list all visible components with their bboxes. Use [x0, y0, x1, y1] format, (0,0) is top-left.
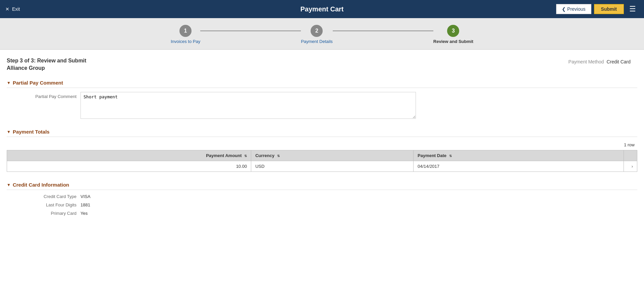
- step-2-circle: 2: [311, 25, 323, 37]
- sort-amount-icon: ⇅: [244, 154, 247, 158]
- submit-label: Submit: [601, 6, 617, 12]
- cc-type-row: Credit Card Type VISA: [7, 194, 637, 199]
- header: ✕ Exit Payment Cart ❮ Previous Submit ☰: [0, 0, 644, 18]
- credit-card-title: Credit Card Information: [13, 182, 69, 188]
- col-date[interactable]: Payment Date ⇅: [414, 150, 624, 161]
- main-content: Step 3 of 3: Review and Submit Alliance …: [0, 50, 644, 294]
- exit-button[interactable]: ✕ Exit: [5, 6, 20, 12]
- cc-primary-value: Yes: [80, 211, 88, 216]
- page-title: Payment Cart: [301, 5, 344, 13]
- cc-primary-row: Primary Card Yes: [7, 211, 637, 216]
- credit-card-header[interactable]: ▼ Credit Card Information: [7, 179, 637, 190]
- sort-currency-icon: ⇅: [277, 154, 280, 158]
- col-amount[interactable]: Payment Amount ⇅: [7, 150, 251, 161]
- step-1-circle: 1: [179, 25, 192, 37]
- row-expand-button[interactable]: ›: [624, 161, 637, 172]
- table-header-row: Payment Amount ⇅ Currency ⇅ Payment Date…: [7, 150, 637, 161]
- step-3-circle: 3: [447, 25, 459, 37]
- cell-currency: USD: [251, 161, 414, 172]
- partial-pay-arrow: ▼: [7, 81, 11, 85]
- previous-button[interactable]: ❮ Previous: [556, 4, 591, 14]
- submit-button[interactable]: Submit: [594, 4, 624, 14]
- cc-digits-value: 1881: [80, 202, 90, 207]
- menu-button[interactable]: ☰: [627, 3, 639, 15]
- payment-totals-arrow: ▼: [7, 130, 11, 134]
- credit-card-section: ▼ Credit Card Information Credit Card Ty…: [7, 179, 637, 216]
- cc-type-label: Credit Card Type: [13, 194, 80, 199]
- group-heading: Alliance Group: [7, 65, 86, 71]
- partial-pay-header[interactable]: ▼ Partial Pay Comment: [7, 77, 637, 88]
- payment-totals-header[interactable]: ▼ Payment Totals: [7, 126, 637, 137]
- step-2[interactable]: 2 Payment Details: [301, 25, 333, 44]
- cc-digits-label: Last Four Digits: [13, 202, 80, 207]
- step-2-label: Payment Details: [301, 39, 333, 44]
- sort-date-icon: ⇅: [449, 154, 452, 158]
- exit-label: Exit: [12, 6, 20, 12]
- cell-amount: 10.00: [7, 161, 251, 172]
- step-1-label: Invoices to Pay: [171, 39, 200, 44]
- partial-pay-field-label: Partial Pay Comment: [13, 92, 80, 99]
- close-icon: ✕: [5, 6, 9, 12]
- payment-totals-table: Payment Amount ⇅ Currency ⇅ Payment Date…: [7, 150, 637, 172]
- credit-card-arrow: ▼: [7, 183, 11, 187]
- row-count: 1 row: [7, 141, 637, 149]
- previous-label: Previous: [567, 6, 585, 12]
- partial-pay-textarea[interactable]: Short payment: [80, 92, 416, 119]
- step-line-1: [200, 31, 301, 31]
- payment-totals-section: ▼ Payment Totals 1 row Payment Amount ⇅ …: [7, 126, 637, 172]
- header-actions: ❮ Previous Submit ☰: [556, 3, 639, 15]
- cc-type-value: VISA: [80, 194, 91, 199]
- progress-steps: 1 Invoices to Pay 2 Payment Details 3 Re…: [0, 18, 644, 50]
- step-heading: Step 3 of 3: Review and Submit: [7, 58, 86, 64]
- payment-totals-title: Payment Totals: [13, 129, 50, 135]
- cc-primary-label: Primary Card: [13, 211, 80, 216]
- cc-digits-row: Last Four Digits 1881: [7, 202, 637, 207]
- partial-pay-title: Partial Pay Comment: [13, 80, 63, 86]
- step-line-2: [333, 31, 433, 31]
- payment-method-label: Payment Method: [569, 59, 604, 64]
- partial-pay-section: ▼ Partial Pay Comment Partial Pay Commen…: [7, 77, 637, 119]
- col-currency[interactable]: Currency ⇅: [251, 150, 414, 161]
- step-3-label: Review and Submit: [433, 39, 473, 44]
- chevron-left-icon: ❮: [562, 6, 566, 12]
- payment-method-value: Credit Card: [606, 59, 631, 64]
- col-action: [624, 150, 637, 161]
- step-1[interactable]: 1 Invoices to Pay: [171, 25, 200, 44]
- table-row: 10.00 USD 04/14/2017 ›: [7, 161, 637, 172]
- cell-date: 04/14/2017: [414, 161, 624, 172]
- partial-pay-form-row: Partial Pay Comment Short payment: [7, 92, 637, 119]
- step-3[interactable]: 3 Review and Submit: [433, 25, 473, 44]
